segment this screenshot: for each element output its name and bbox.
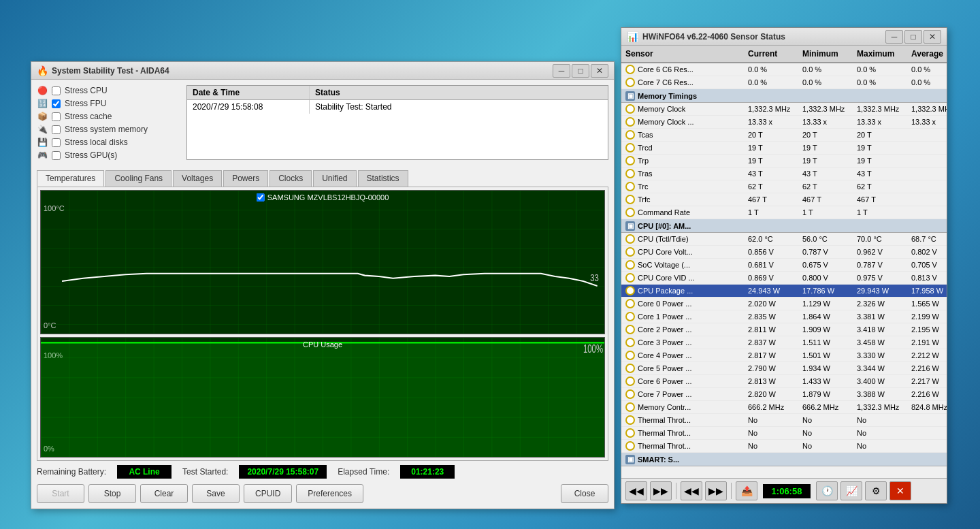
hwinfo-row-5[interactable]: Tcas 20 T 20 T 20 T <box>621 129 947 142</box>
sensor-min-11: 1 T <box>798 207 853 218</box>
close-window-button[interactable]: ✕ <box>591 64 608 78</box>
sensor-avg-16: 0.813 V <box>907 272 947 283</box>
toolbar-export-button[interactable]: 📤 <box>736 481 757 500</box>
toolbar-close-button[interactable]: ✕ <box>889 481 911 500</box>
clear-button[interactable]: Clear <box>140 484 188 503</box>
hwinfo-row-27[interactable]: Thermal Throt... No No No <box>621 414 947 427</box>
sensor-avg-21: 2.191 W <box>907 337 947 348</box>
sensor-avg-8 <box>907 172 947 175</box>
hwinfo-row-19[interactable]: Core 1 Power ... 2.835 W 1.864 W 3.381 W… <box>621 310 947 323</box>
aida64-close-button[interactable]: Close <box>561 484 608 503</box>
toolbar-back-button[interactable]: ◀◀ <box>625 481 647 500</box>
tab-statistics[interactable]: Statistics <box>358 170 408 187</box>
hwinfo-row-29[interactable]: Thermal Throt... No No No <box>621 440 947 453</box>
hwinfo-titlebar[interactable]: 📊 HWiNFO64 v6.22-4060 Sensor Status ─ □ … <box>621 28 947 46</box>
tab-cooling-fans[interactable]: Cooling Fans <box>105 170 172 187</box>
stress-options-area: 🔴 Stress CPU 🔢 Stress FPU 📦 Stress cache… <box>37 85 608 161</box>
stress-cache-checkbox[interactable] <box>52 112 61 121</box>
elapsed-value: 01:21:23 <box>400 465 455 479</box>
hwinfo-row-13[interactable]: CPU (Tctl/Tdie) 62.0 °C 56.0 °C 70.0 °C … <box>621 233 947 246</box>
sensor-max-28: No <box>853 428 907 438</box>
sensor-min-9: 62 T <box>798 181 853 192</box>
hwinfo-row-0[interactable]: Core 6 C6 Res... 0.0 % 0.0 % 0.0 % 0.0 % <box>621 63 947 76</box>
hwinfo-minimize-button[interactable]: ─ <box>885 30 903 44</box>
hwinfo-row-25[interactable]: Core 7 Power ... 2.820 W 1.879 W 3.388 W… <box>621 388 947 401</box>
hwinfo-row-17[interactable]: CPU Package ... 24.943 W 17.786 W 29.943… <box>621 285 947 298</box>
sensor-current-10: 467 T <box>744 194 798 205</box>
sensor-icon-0 <box>625 65 635 74</box>
chart-temp-checkbox[interactable] <box>257 193 265 202</box>
sensor-icon-27 <box>625 415 635 425</box>
hwinfo-row-20[interactable]: Core 2 Power ... 2.811 W 1.909 W 3.418 W… <box>621 323 947 336</box>
section-icon-30: ▣ <box>625 455 635 464</box>
toolbar-clock-button[interactable]: 🕐 <box>816 481 838 500</box>
toolbar-chart-button[interactable]: 📈 <box>840 481 862 500</box>
hwinfo-row-9[interactable]: Trc 62 T 62 T 62 T <box>621 180 947 193</box>
chart-temp-svg: 33 <box>41 191 604 334</box>
hwinfo-row-15[interactable]: SoC Voltage (... 0.681 V 0.675 V 0.787 V… <box>621 259 947 272</box>
sensor-current-22: 2.817 W <box>744 350 798 361</box>
hwinfo-row-24[interactable]: Core 6 Power ... 2.813 W 1.433 W 3.400 W… <box>621 375 947 388</box>
stress-cache-item: 📦 Stress cache <box>37 111 173 122</box>
sensor-name-22: Core 4 Power ... <box>621 349 744 362</box>
save-button[interactable]: Save <box>192 484 240 503</box>
sensor-min-4: 13.33 x <box>798 116 853 127</box>
minimize-button[interactable]: ─ <box>553 64 570 78</box>
sensor-icon-21 <box>625 338 635 347</box>
hwinfo-row-10[interactable]: Trfc 467 T 467 T 467 T <box>621 193 947 206</box>
sensor-max-21: 3.458 W <box>853 337 907 348</box>
hwinfo-maximize-button[interactable]: □ <box>904 30 922 44</box>
hwinfo-scroll-area[interactable]: Core 6 C6 Res... 0.0 % 0.0 % 0.0 % 0.0 %… <box>621 63 947 478</box>
hwinfo-row-16[interactable]: CPU Core VID ... 0.869 V 0.800 V 0.975 V… <box>621 272 947 285</box>
hwinfo-row-23[interactable]: Core 5 Power ... 2.790 W 1.934 W 3.344 W… <box>621 362 947 375</box>
toolbar-back2-button[interactable]: ◀◀ <box>681 481 702 500</box>
toolbar-forward-button[interactable]: ▶▶ <box>650 481 672 500</box>
hwinfo-row-1[interactable]: Core 7 C6 Res... 0.0 % 0.0 % 0.0 % 0.0 % <box>621 76 947 89</box>
sensor-name-4: Memory Clock ... <box>621 116 744 128</box>
tab-voltages[interactable]: Voltages <box>173 170 222 187</box>
start-button[interactable]: Start <box>37 484 84 503</box>
aida64-titlebar[interactable]: 🔥 System Stability Test - AIDA64 ─ □ ✕ <box>31 62 614 80</box>
toolbar-forward2-button[interactable]: ▶▶ <box>705 481 727 500</box>
hwinfo-row-22[interactable]: Core 4 Power ... 2.817 W 1.501 W 3.330 W… <box>621 349 947 362</box>
hwinfo-row-14[interactable]: CPU Core Volt... 0.856 V 0.787 V 0.962 V… <box>621 246 947 259</box>
hwinfo-row-8[interactable]: Tras 43 T 43 T 43 T <box>621 167 947 180</box>
sensor-icon-11 <box>625 208 635 217</box>
sensor-name-21: Core 3 Power ... <box>621 336 744 349</box>
sensor-max-26: 1,332.3 MHz <box>853 402 907 413</box>
tab-unified[interactable]: Unified <box>313 170 356 187</box>
hwinfo-row-18[interactable]: Core 0 Power ... 2.020 W 1.129 W 2.326 W… <box>621 298 947 310</box>
hwinfo-row-26[interactable]: Memory Contr... 666.2 MHz 666.2 MHz 1,33… <box>621 401 947 414</box>
tab-clocks[interactable]: Clocks <box>270 170 312 187</box>
hwinfo-row-11[interactable]: Command Rate 1 T 1 T 1 T <box>621 206 947 219</box>
sensor-icon-26 <box>625 402 635 412</box>
stress-memory-checkbox[interactable] <box>52 125 61 134</box>
svg-marker-3 <box>41 342 604 457</box>
stress-fpu-checkbox[interactable] <box>52 99 61 108</box>
sensor-current-29: No <box>744 440 798 451</box>
stress-gpu-checkbox[interactable] <box>52 151 61 160</box>
maximize-button[interactable]: □ <box>572 64 589 78</box>
hwinfo-row-4[interactable]: Memory Clock ... 13.33 x 13.33 x 13.33 x… <box>621 116 947 129</box>
hwinfo-close-button[interactable]: ✕ <box>924 30 941 44</box>
section-icon-12: ▣ <box>625 221 635 231</box>
header-scroll-placeholder <box>962 48 973 60</box>
hwinfo-row-21[interactable]: Core 3 Power ... 2.837 W 1.511 W 3.458 W… <box>621 336 947 349</box>
hwinfo-row-7[interactable]: Trp 19 T 19 T 19 T <box>621 155 947 167</box>
tab-temperatures[interactable]: Temperatures <box>37 170 104 187</box>
preferences-button[interactable]: Preferences <box>296 484 363 503</box>
hwinfo-row-3[interactable]: Memory Clock 1,332.3 MHz 1,332.3 MHz 1,3… <box>621 103 947 116</box>
hwinfo-row-28[interactable]: Thermal Throt... No No No <box>621 427 947 440</box>
sensor-avg-7 <box>907 159 947 162</box>
stress-cpu-label: Stress CPU <box>65 86 108 95</box>
tab-powers[interactable]: Powers <box>223 170 268 187</box>
cpuid-button[interactable]: CPUID <box>244 484 292 503</box>
stress-disks-checkbox[interactable] <box>52 138 61 147</box>
stress-cpu-checkbox[interactable] <box>52 86 61 95</box>
stop-button[interactable]: Stop <box>88 484 136 503</box>
hwinfo-row-6[interactable]: Trcd 19 T 19 T 19 T <box>621 142 947 155</box>
toolbar-settings-button[interactable]: ⚙ <box>865 481 887 500</box>
sensor-max-24: 3.400 W <box>853 376 907 387</box>
sensor-name-17: CPU Package ... <box>621 285 744 297</box>
sensor-avg-22: 2.212 W <box>907 350 947 361</box>
